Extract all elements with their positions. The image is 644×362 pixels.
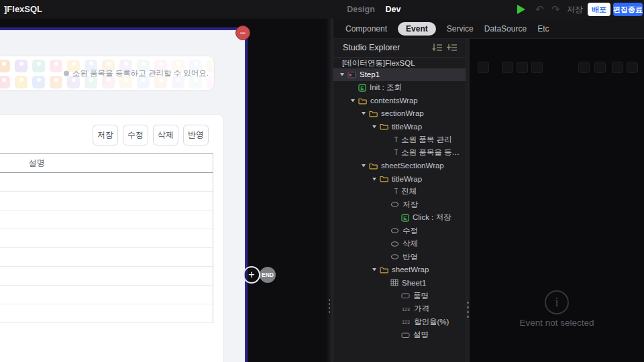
grid-body [0, 173, 213, 323]
explorer-root-node[interactable]: [데이터연동]FlexSQL [342, 57, 415, 68]
add-step-button[interactable]: + [243, 266, 260, 284]
ribbon-tab-etc[interactable]: Etc [537, 24, 549, 34]
button-icon [390, 241, 399, 247]
grid-header-row: 설명 [0, 153, 213, 173]
explorer-title: Studio Explorer [343, 39, 400, 56]
tree-expand-arrow-icon[interactable] [350, 98, 358, 103]
canvas-save-button[interactable]: 저장 [93, 125, 118, 145]
tree-node[interactable]: sheetSectionWrap [333, 159, 466, 172]
svg-text:E: E [360, 85, 364, 91]
svg-text:T: T [394, 188, 398, 195]
tree-expand-arrow-icon[interactable] [372, 176, 380, 182]
info-icon: i [545, 290, 569, 314]
grid-empty-row [0, 267, 213, 286]
canvas-apply-button[interactable]: 반영 [183, 125, 209, 145]
step-frame-border [245, 30, 248, 362]
grip-dot [467, 316, 469, 318]
svg-text:E: E [403, 215, 407, 221]
tree-node-label: 설명 [413, 330, 429, 340]
grip-dot [329, 299, 331, 301]
grid-empty-row [0, 173, 213, 192]
tree-node-label: Step1 [360, 70, 380, 78]
tree-node[interactable]: sheetWrap [333, 263, 466, 276]
tree-node[interactable]: 수정 [333, 225, 466, 237]
tree-node[interactable]: T전체 [333, 185, 466, 198]
save-button[interactable]: 저장 [567, 0, 583, 19]
tree-node-label: 할인율(%) [414, 317, 449, 327]
disabled-tool-icon [627, 62, 638, 73]
event-empty-message: Event not selected [470, 318, 644, 328]
disabled-tool-icon [612, 62, 623, 73]
tree-node[interactable]: T소원 품목을 등… [333, 146, 466, 159]
tree-node-label: sheetSectionWrap [381, 162, 444, 170]
run-icon[interactable] [517, 5, 525, 14]
tree-expand-arrow-icon[interactable] [361, 163, 369, 168]
tree-node[interactable]: Sheet1 [333, 276, 466, 289]
tree-node[interactable]: 품명 [333, 290, 466, 302]
event-editor-panel: i Event not selected [470, 39, 644, 362]
grid-header-cell: 설명 [0, 154, 78, 172]
disabled-tool-icon [517, 62, 528, 73]
button-icon [390, 227, 399, 234]
ribbon-tab-event[interactable]: Event [398, 22, 436, 36]
event-icon: E [358, 84, 366, 92]
ribbon-tab-datasource[interactable]: DataSource [484, 24, 527, 34]
tree-expand-arrow-icon[interactable] [372, 267, 380, 272]
tree-node[interactable]: 반영 [333, 250, 466, 263]
tab-design[interactable]: Design [345, 0, 377, 19]
text-icon: T [390, 149, 398, 156]
step-icon [347, 71, 356, 78]
exit-edit-button[interactable]: 편집종료 [613, 3, 643, 16]
grid-empty-row [0, 248, 213, 267]
info-dot-icon [64, 70, 69, 76]
tree-expand-arrow-icon[interactable] [339, 72, 347, 77]
tree-node-label: contentsWrap [370, 97, 418, 105]
folder-icon [380, 175, 388, 182]
svg-text:123: 123 [402, 307, 410, 312]
disabled-tool-icon [578, 62, 590, 73]
tree-node-label: 전체 [401, 186, 417, 196]
disabled-tool-icon [594, 62, 606, 73]
tree-node[interactable]: sectionWrap [333, 107, 466, 120]
tree-node[interactable]: contentsWrap [333, 94, 466, 107]
tree-node-label: sheetWrap [392, 265, 429, 274]
undo-icon[interactable]: ↶ [535, 0, 544, 19]
tree-node[interactable]: EInit : 조회 [333, 81, 466, 94]
redo-icon[interactable]: ↷ [551, 0, 560, 19]
tree-node[interactable]: titleWrap [333, 172, 466, 185]
notice-banner: 소원 품목을 등록하고 관리할 수 있어요. [0, 56, 215, 90]
grid-empty-row [0, 304, 213, 323]
tree-node[interactable]: EClick : 저장 [333, 211, 466, 224]
banner-text: 소원 품목을 등록하고 관리할 수 있어요. [72, 68, 209, 78]
text-icon: T [390, 136, 398, 143]
canvas-edit-button[interactable]: 수정 [123, 125, 148, 145]
ribbon-tab-component[interactable]: Component [345, 24, 387, 34]
tree-node-label: sectionWrap [381, 109, 424, 117]
tree-node[interactable]: 저장 [333, 198, 466, 211]
tree-node[interactable]: titleWrap [333, 120, 466, 133]
banner-notice: 소원 품목을 등록하고 관리할 수 있어요. [64, 68, 209, 78]
remove-step-button[interactable]: − [235, 25, 250, 40]
tree-expand-arrow-icon[interactable] [372, 124, 380, 129]
tree-node[interactable]: 123할인율(%) [333, 315, 466, 328]
app-title: ]FlexSQL [4, 0, 42, 19]
tree-node[interactable]: Step1 [333, 68, 466, 81]
tree-node-label: titleWrap [392, 175, 422, 183]
tree-node[interactable]: T소원 품목 관리 [333, 133, 466, 146]
top-bar: ]FlexSQL Design Dev ↶ ↷ 저장 배포 편집종료 [0, 0, 644, 19]
flow-end-node[interactable]: END [260, 267, 276, 283]
deploy-button[interactable]: 배포 [588, 3, 610, 16]
tree-node[interactable]: 123가격 [333, 302, 466, 315]
tree-node[interactable]: 삭제 [333, 237, 466, 250]
ribbon-tab-service[interactable]: Service [447, 24, 474, 34]
tree-node[interactable]: 설명 [333, 328, 466, 341]
explorer-header: Studio Explorer [333, 39, 466, 58]
grip-dot [467, 306, 469, 308]
expand-all-icon[interactable] [447, 43, 458, 55]
disabled-tool-icon [502, 62, 513, 73]
tab-dev[interactable]: Dev [381, 0, 405, 19]
canvas-delete-button[interactable]: 삭제 [153, 125, 178, 145]
grip-dot [329, 307, 331, 309]
collapse-all-icon[interactable] [432, 43, 443, 55]
tree-expand-arrow-icon[interactable] [361, 111, 369, 116]
